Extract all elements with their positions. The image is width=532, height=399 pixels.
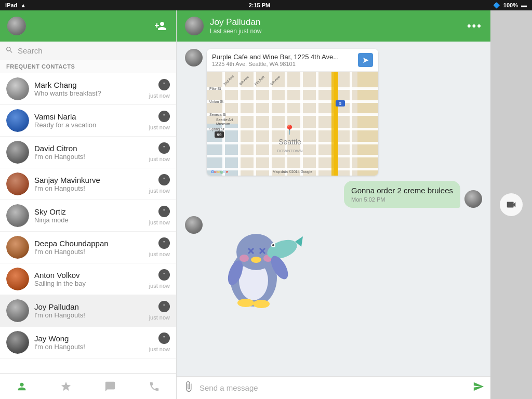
sidebar-header	[0, 10, 176, 42]
avatar	[6, 141, 29, 164]
svg-rect-19	[331, 72, 338, 176]
user-avatar-img	[7, 17, 26, 35]
messages-nav-button[interactable]	[88, 374, 132, 399]
list-item[interactable]: Sky Ortiz Ninja mode " just now	[0, 200, 176, 232]
contact-meta: " just now	[149, 206, 170, 225]
list-item[interactable]: Jay Wong I'm on Hangouts! " just now	[0, 327, 176, 358]
contact-time: just now	[149, 251, 170, 257]
quote-icon: "	[158, 174, 170, 185]
frequent-contacts-label: FREQUENT CONTACTS	[0, 60, 176, 73]
avatar	[6, 236, 29, 259]
favorites-nav-button[interactable]	[44, 374, 88, 399]
search-icon	[5, 46, 14, 56]
map-place-name: Purple Cafe and Wine Bar, 1225 4th Ave..…	[212, 53, 354, 61]
map-navigate-button[interactable]: ➤	[358, 53, 373, 67]
quote-icon: "	[158, 332, 170, 344]
chat-header: Joy Palludan Last seen just now •••	[177, 10, 490, 42]
list-item[interactable]: Anton Volkov Sailing in the bay " just n…	[0, 263, 176, 295]
sender-avatar	[464, 190, 482, 208]
sticker-message	[185, 213, 482, 317]
send-button[interactable]	[473, 381, 484, 395]
contact-name: Anton Volkov	[34, 271, 144, 280]
message-text: Gonna order 2 creme brulees	[351, 186, 453, 195]
svg-rect-16	[316, 72, 318, 176]
sender-avatar	[185, 49, 203, 66]
contact-name: David Citron	[34, 144, 144, 153]
svg-rect-3	[207, 87, 378, 90]
svg-rect-15	[300, 72, 303, 176]
svg-rect-5	[207, 113, 378, 116]
chat-area: Joy Palludan Last seen just now ••• Purp…	[177, 10, 490, 399]
contact-list: Mark Chang Who wants breakfast? " just n…	[0, 73, 176, 373]
avatar[interactable]	[7, 17, 26, 35]
quote-icon: "	[158, 142, 170, 154]
calls-nav-button[interactable]	[132, 374, 176, 399]
svg-text:99: 99	[217, 132, 222, 137]
avatar	[6, 268, 29, 290]
avatar	[6, 299, 29, 322]
contact-info: Sanjay Mavinkurve I'm on Hangouts!	[34, 176, 144, 192]
attach-button[interactable]	[183, 381, 194, 395]
contact-time: just now	[149, 219, 170, 225]
contact-info: Anton Volkov Sailing in the bay	[34, 271, 144, 287]
video-call-button[interactable]	[500, 193, 523, 216]
contact-time: just now	[149, 188, 170, 194]
contact-status: I'm on Hangouts!	[34, 184, 144, 192]
app-container: FREQUENT CONTACTS Mark Chang Who wants b…	[0, 10, 532, 399]
contact-time: just now	[149, 92, 170, 99]
contacts-nav-button[interactable]	[0, 374, 44, 399]
quote-icon: "	[158, 301, 170, 312]
list-item[interactable]: Joy Palludan I'm on Hangouts! " just now	[0, 295, 176, 327]
avatar	[6, 331, 29, 354]
list-item[interactable]: Vamsi Narla Ready for a vacation " just …	[0, 105, 176, 137]
svg-rect-14	[285, 72, 287, 176]
search-input[interactable]	[18, 46, 171, 55]
svg-text:📍: 📍	[284, 124, 296, 136]
message-bubble: Gonna order 2 creme brulees Mon 5:02 PM	[344, 181, 460, 208]
svg-text:Pike St: Pike St	[209, 87, 221, 90]
contact-status: Ready for a vacation	[34, 121, 144, 129]
contact-status: Sailing in the bay	[34, 280, 144, 287]
map-card-header: Purple Cafe and Wine Bar, 1225 4th Ave..…	[207, 49, 378, 72]
contact-name: Vamsi Narla	[34, 112, 144, 121]
map-card[interactable]: Purple Cafe and Wine Bar, 1225 4th Ave..…	[207, 49, 378, 176]
contact-meta: " just now	[149, 237, 170, 257]
avatar	[6, 204, 29, 227]
list-item[interactable]: Sanjay Mavinkurve I'm on Hangouts! " jus…	[0, 168, 176, 200]
list-item[interactable]: Mark Chang Who wants breakfast? " just n…	[0, 73, 176, 105]
quote-icon: "	[158, 79, 170, 90]
chat-contact-avatar	[185, 17, 204, 35]
wifi-icon: ▲	[20, 2, 26, 8]
contact-name: Mark Chang	[34, 81, 144, 89]
svg-point-52	[240, 255, 249, 262]
contact-time: just now	[149, 346, 170, 352]
svg-rect-11	[238, 72, 241, 176]
contact-name: Sky Ortiz	[34, 207, 144, 216]
list-item[interactable]: Deepa Choundappan I'm on Hangouts! " jus…	[0, 232, 176, 263]
svg-rect-8	[207, 155, 378, 157]
contact-info: Deepa Choundappan I'm on Hangouts!	[34, 239, 144, 256]
svg-rect-13	[269, 72, 272, 176]
contact-meta: " just now	[149, 269, 170, 289]
svg-rect-4	[207, 100, 378, 103]
right-panel	[490, 10, 532, 399]
sticker-svg	[212, 218, 305, 312]
more-options-button[interactable]: •••	[467, 19, 482, 33]
svg-text:Union St: Union St	[209, 100, 223, 103]
svg-rect-12	[254, 72, 256, 176]
svg-point-61	[253, 300, 270, 308]
chat-contact-status: Last seen just now	[210, 28, 461, 35]
contact-time: just now	[149, 314, 170, 321]
contact-meta: " just now	[149, 142, 170, 162]
list-item[interactable]: David Citron I'm on Hangouts! " just now	[0, 137, 176, 168]
chat-contact-name: Joy Palludan	[210, 17, 461, 28]
message-input[interactable]	[200, 383, 468, 392]
add-contact-button[interactable]	[152, 18, 169, 34]
contact-status: I'm on Hangouts!	[34, 311, 144, 319]
map-image[interactable]: 2nd Ave 4th Ave 5th Ave 6th Ave Pike St …	[207, 72, 378, 176]
svg-text:o: o	[217, 169, 220, 174]
svg-text:Map data ©2014 Google: Map data ©2014 Google	[273, 170, 312, 174]
device-label: iPad	[5, 2, 17, 8]
svg-text:Seattle: Seattle	[278, 138, 301, 146]
contact-name: Joy Palludan	[34, 302, 144, 311]
